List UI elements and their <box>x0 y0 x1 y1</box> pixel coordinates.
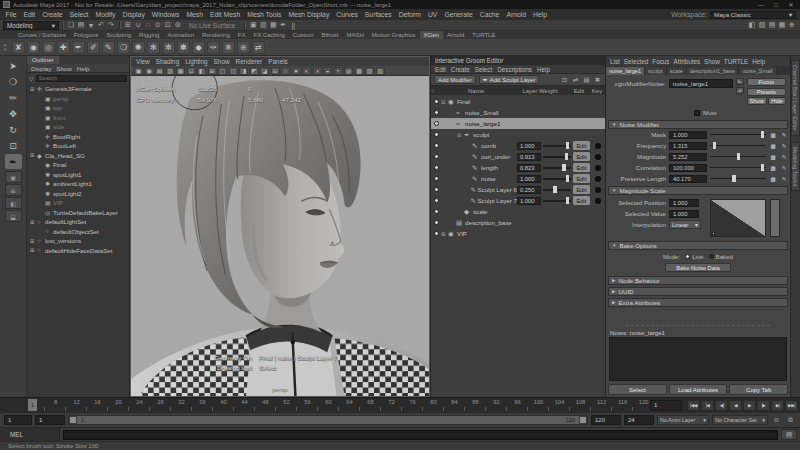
xgen-noise-icon[interactable]: ✼ <box>162 41 175 54</box>
layer-weight-slider[interactable] <box>543 164 571 172</box>
outliner-row[interactable]: ▣ persp <box>27 94 129 104</box>
attribute-value-field[interactable]: 1.000 <box>669 131 707 139</box>
xgen-width-icon[interactable]: ⇄ <box>252 41 265 54</box>
shelf-tab[interactable]: FX Caching <box>249 31 288 39</box>
presets-button[interactable]: Presets <box>747 88 786 96</box>
current-frame-field[interactable]: 1 <box>650 400 682 411</box>
menu-item[interactable]: UV <box>424 11 440 18</box>
attribute-slider[interactable] <box>710 175 766 183</box>
groom-layer-row[interactable]: ✎ Sculpt Layer 7 1.000 Edit <box>431 195 605 206</box>
expand-icon[interactable]: ⊞ <box>441 231 448 237</box>
groom-layer-row[interactable]: ✎ curl_under 0.913 Edit <box>431 151 605 162</box>
layer-weight-field[interactable]: 0.913 <box>517 153 541 161</box>
solo-radio[interactable] <box>431 209 441 214</box>
viewport-menu-item[interactable]: Panels <box>268 58 288 65</box>
edit-button[interactable]: Edit <box>573 152 590 161</box>
shelf-tab[interactable]: MASH <box>343 31 368 39</box>
collapsed-section-header[interactable]: ▶ Extra Attributes <box>608 298 788 307</box>
attribute-value-field[interactable]: 100.000 <box>669 164 707 172</box>
expression-icon[interactable]: ✎ <box>780 176 788 182</box>
shelf-tab[interactable]: Arnold <box>443 31 468 39</box>
xgen-groom-icon[interactable]: ✑ <box>207 41 220 54</box>
wireframe-icon[interactable]: ○ <box>281 67 290 75</box>
outliner-row[interactable]: ✛ BootLeft <box>27 141 129 151</box>
sidebar-vertical-tab[interactable]: Modeling Toolkit <box>791 142 800 191</box>
xgen-length-icon[interactable]: ≋ <box>237 41 250 54</box>
gate-mask-icon[interactable]: ◨ <box>239 67 248 75</box>
step-forward-key-button[interactable]: |▶ <box>757 400 770 411</box>
footer-button[interactable]: Copy Tab <box>729 384 788 395</box>
menu-item[interactable]: Generate <box>441 11 476 18</box>
bake-noise-data-button[interactable]: Bake Noise Data <box>665 263 731 272</box>
solo-radio[interactable] <box>431 143 441 148</box>
current-frame-playhead[interactable]: 1 <box>28 399 37 411</box>
shelf-tab[interactable]: Custom <box>289 31 318 39</box>
outliner-row[interactable]: ▤ VIP <box>27 198 129 208</box>
ae-menu-item[interactable]: TURTLE <box>724 58 748 65</box>
layer-weight-field[interactable]: 1.000 <box>517 142 541 150</box>
expand-icon[interactable]: ⊞ <box>30 238 37 244</box>
render-view-icon[interactable]: ▣ <box>248 21 258 29</box>
expand-icon[interactable]: ⊞ <box>30 219 37 225</box>
playback-end-field[interactable]: 120 <box>591 415 621 425</box>
menu-item[interactable]: Modify <box>92 11 119 18</box>
solo-radio[interactable] <box>431 198 441 203</box>
script-editor-icon[interactable]: ▤ <box>781 429 797 440</box>
xgen-groom-brush-tool[interactable]: ✒ <box>5 154 22 169</box>
shelf-tab[interactable]: FX <box>234 31 250 39</box>
expression-icon[interactable]: ✎ <box>780 143 788 149</box>
layer-weight-field[interactable]: 1.000 <box>517 197 541 205</box>
outliner-menu-item[interactable]: Show <box>56 65 71 72</box>
xgen-disable-icon[interactable]: ✘ <box>12 41 25 54</box>
play-forwards-button[interactable]: ▶ <box>743 400 756 411</box>
bake-options-section-header[interactable]: ▼ Bake Options <box>608 241 788 250</box>
ae-node-tab[interactable]: noise_Small <box>739 67 776 75</box>
outliner-row[interactable]: ✛ BootRight <box>27 132 129 142</box>
ae-menu-item[interactable]: Show <box>704 58 720 65</box>
shelf-tab[interactable]: Rendering <box>198 31 234 39</box>
motion-blur-icon[interactable]: ◍ <box>344 67 353 75</box>
ae-node-tab[interactable]: sculpt <box>645 67 667 75</box>
layout-persp-graph[interactable]: ⬓ <box>5 210 22 222</box>
film-gate-icon[interactable]: ▢ <box>218 67 227 75</box>
solo-radio[interactable] <box>431 176 441 181</box>
layout-four-pane[interactable]: ⊞ <box>5 184 22 196</box>
time-slider[interactable]: 4812162024283236404448525660646872768084… <box>0 397 800 412</box>
snap-to-point-icon[interactable]: ∴ <box>143 21 153 29</box>
viewport-canvas[interactable]: XGen Splines: 51,826 0 GPU Memory: 54,97… <box>131 76 429 396</box>
collapsed-section-header[interactable]: ▶ UUID <box>608 287 788 296</box>
key-dot[interactable] <box>590 110 605 116</box>
outliner-row[interactable]: ⊞ ✛ Genesis3Female <box>27 84 129 94</box>
snap-to-view-plane-icon[interactable]: ⊡ <box>163 21 173 29</box>
layout-persp-outliner[interactable]: ◧ <box>5 197 22 209</box>
noise-modifier-section-header[interactable]: ▼ Noise Modifier <box>608 120 788 129</box>
xgen-shave-icon[interactable]: ◎ <box>42 41 55 54</box>
lasso-tool[interactable]: ❍ <box>5 74 22 89</box>
xgen-guide-icon[interactable]: ✐ <box>87 41 100 54</box>
range-slider-bar[interactable]: 1 120 <box>68 415 588 425</box>
pause-icon[interactable]: || <box>288 21 298 29</box>
expand-icon[interactable]: ⊞ <box>30 152 37 158</box>
range-end-handle[interactable] <box>579 416 587 424</box>
name-column-header[interactable]: Name <box>441 88 511 94</box>
outliner-row[interactable]: ○ defaultObjectSet <box>27 227 129 237</box>
delete-icon[interactable]: ✖ <box>593 76 602 84</box>
edit-column-header[interactable]: Edit <box>569 88 589 94</box>
outliner-row[interactable]: ✺ spotLight1 <box>27 170 129 180</box>
attribute-slider[interactable] <box>710 131 766 139</box>
anti-alias-icon[interactable]: ▩ <box>355 67 364 75</box>
ipr-render-icon[interactable]: ▥ <box>258 21 268 29</box>
outliner-row[interactable]: ▣ front <box>27 113 129 123</box>
animation-start-field[interactable]: 1 <box>4 415 32 425</box>
anim-layer-select[interactable]: No Anim Layer▾ <box>657 415 709 425</box>
solo-radio[interactable] <box>431 165 441 170</box>
xgen-clump-icon[interactable]: ✻ <box>147 41 160 54</box>
step-back-frame-button[interactable]: |◀ <box>701 400 714 411</box>
menu-item[interactable]: Help <box>530 11 551 18</box>
expression-icon[interactable]: ✎ <box>780 132 788 138</box>
menu-item[interactable]: Mesh Tools <box>244 11 285 18</box>
map-button-icon[interactable]: ▩ <box>769 132 777 138</box>
menu-item[interactable]: Arnold <box>503 11 530 18</box>
groom-menu-item[interactable]: Help <box>537 66 550 73</box>
map-button-icon[interactable]: ▩ <box>769 165 777 171</box>
